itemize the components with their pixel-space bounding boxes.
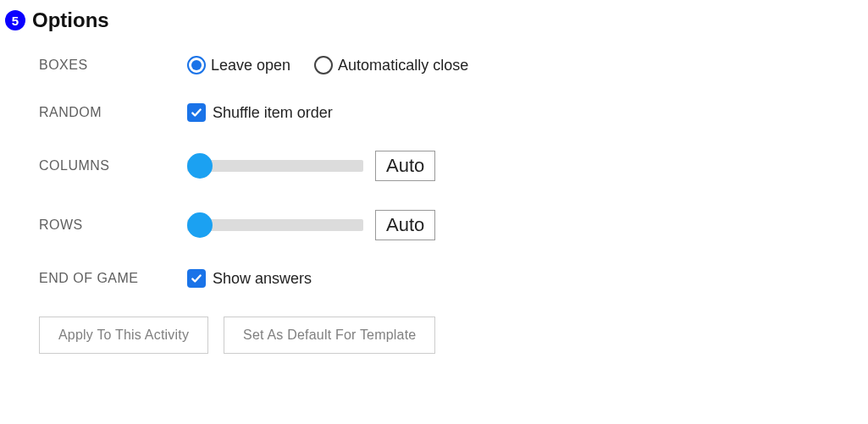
- apply-activity-button[interactable]: Apply To This Activity: [39, 317, 208, 354]
- row-columns-label: COLUMNS: [39, 158, 187, 173]
- columns-slider-group: Auto: [187, 151, 435, 181]
- row-random-label: RANDOM: [39, 105, 187, 120]
- check-icon: [191, 107, 202, 118]
- checkbox-shuffle-box: [187, 103, 206, 122]
- radio-leave-open-indicator: [187, 56, 206, 74]
- row-rows-label: ROWS: [39, 218, 187, 233]
- columns-slider[interactable]: [187, 153, 363, 179]
- row-boxes-label: BOXES: [39, 58, 187, 73]
- columns-value[interactable]: Auto: [375, 151, 435, 181]
- row-boxes-controls: Leave open Automatically close: [187, 56, 468, 74]
- set-default-template-button[interactable]: Set As Default For Template: [224, 317, 435, 354]
- rows-slider-group: Auto: [187, 210, 435, 240]
- row-end-of-game: END OF GAME Show answers: [39, 269, 860, 288]
- columns-slider-thumb[interactable]: [187, 153, 213, 179]
- radio-auto-close-indicator: [314, 56, 333, 74]
- row-boxes: BOXES Leave open Automatically close: [39, 56, 860, 74]
- checkbox-show-answers[interactable]: Show answers: [187, 269, 312, 288]
- section-header: 5 Options: [5, 8, 860, 32]
- footer-buttons: Apply To This Activity Set As Default Fo…: [39, 317, 860, 354]
- options-body: BOXES Leave open Automatically close RAN…: [5, 56, 860, 354]
- radio-leave-open-label: Leave open: [211, 57, 290, 74]
- row-columns: COLUMNS Auto: [39, 151, 860, 181]
- row-end-of-game-controls: Show answers: [187, 269, 312, 288]
- radio-auto-close[interactable]: Automatically close: [314, 56, 468, 74]
- step-number-badge: 5: [5, 10, 25, 30]
- row-end-of-game-label: END OF GAME: [39, 271, 187, 286]
- checkbox-shuffle-label: Shuffle item order: [213, 104, 333, 122]
- rows-slider-thumb[interactable]: [187, 212, 213, 238]
- checkbox-show-answers-label: Show answers: [213, 270, 312, 288]
- rows-value[interactable]: Auto: [375, 210, 435, 240]
- checkbox-shuffle[interactable]: Shuffle item order: [187, 103, 333, 122]
- row-rows: ROWS Auto: [39, 210, 860, 240]
- rows-slider[interactable]: [187, 212, 363, 238]
- checkbox-show-answers-box: [187, 269, 206, 288]
- row-random-controls: Shuffle item order: [187, 103, 333, 122]
- radio-leave-open[interactable]: Leave open: [187, 56, 290, 74]
- check-icon: [191, 273, 202, 284]
- row-rows-controls: Auto: [187, 210, 435, 240]
- section-title: Options: [32, 8, 109, 32]
- row-columns-controls: Auto: [187, 151, 435, 181]
- columns-slider-track: [187, 160, 363, 172]
- rows-slider-track: [187, 219, 363, 231]
- row-random: RANDOM Shuffle item order: [39, 103, 860, 122]
- radio-auto-close-label: Automatically close: [338, 57, 468, 74]
